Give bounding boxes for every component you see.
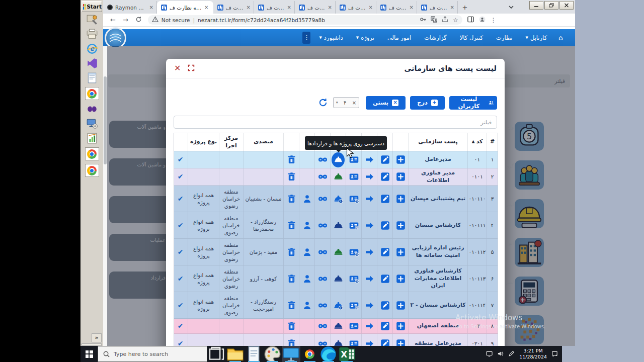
delete-trash-icon[interactable] xyxy=(283,319,299,333)
taskbar-search-box[interactable]: Type here to search xyxy=(98,346,207,362)
chrome-icon[interactable] xyxy=(85,87,99,100)
chrome-taskbar-icon[interactable] xyxy=(300,346,319,362)
id-card-icon[interactable] xyxy=(346,239,361,265)
transfer-arrow-icon[interactable] xyxy=(361,186,377,212)
id-card-icon[interactable] xyxy=(346,212,361,238)
sort-asc-icon[interactable]: ▲ xyxy=(472,139,475,145)
tab-close-icon[interactable]: × xyxy=(328,5,332,10)
tab-close-icon[interactable]: × xyxy=(204,5,208,10)
browser-tab[interactable]: سامانه نظارت ف× xyxy=(417,1,458,14)
modal-close-icon[interactable]: ✕ xyxy=(174,63,181,73)
notification-center-icon[interactable] xyxy=(551,349,558,359)
browser-menu-kebab-icon[interactable]: ⋮ xyxy=(491,17,497,24)
row-selected-check-icon[interactable]: ✔ xyxy=(173,168,188,185)
forward-icon[interactable]: → xyxy=(123,16,128,24)
modal-fullscreen-icon[interactable] xyxy=(187,64,195,72)
transfer-arrow-icon[interactable] xyxy=(361,292,377,318)
visual-studio-icon[interactable] xyxy=(86,58,98,69)
refresh-icon[interactable] xyxy=(318,98,328,108)
view-binoculars-icon[interactable] xyxy=(314,319,330,333)
project-access-helmet-icon[interactable] xyxy=(330,239,346,265)
file-explorer-taskbar-icon[interactable] xyxy=(226,346,245,362)
profile-avatar-icon[interactable] xyxy=(479,15,486,25)
reload-icon[interactable] xyxy=(135,16,142,24)
minimize-button[interactable] xyxy=(529,1,543,10)
assign-user-icon[interactable] xyxy=(299,292,314,318)
chrome-icon[interactable] xyxy=(85,164,99,177)
navbar-kebab-icon[interactable]: ⋮ xyxy=(302,32,310,44)
password-key-icon[interactable] xyxy=(420,16,426,24)
nav-item-امور مالی[interactable]: امور مالی xyxy=(381,29,418,46)
row-selected-check-icon[interactable]: ✔ xyxy=(173,151,188,168)
browser-tab[interactable]: سامانه نظارت ف× xyxy=(376,1,417,14)
close-modal-button[interactable]: × بستن xyxy=(366,96,406,110)
taskbar-clock[interactable]: 3:21 PM 11/28/2024 xyxy=(519,348,547,360)
id-card-icon[interactable] xyxy=(346,265,361,292)
view-binoculars-icon[interactable] xyxy=(314,151,330,168)
excel-taskbar-icon[interactable]: X xyxy=(338,346,356,362)
share-icon[interactable] xyxy=(442,16,448,24)
delete-trash-icon[interactable] xyxy=(283,292,299,318)
new-tab-button[interactable]: + xyxy=(460,3,470,13)
nav-item-کنترل کالا[interactable]: کنترل کالا xyxy=(453,29,490,46)
transfer-arrow-icon[interactable] xyxy=(361,319,377,333)
edit-icon[interactable] xyxy=(377,168,392,185)
notepad-taskbar-icon[interactable] xyxy=(245,346,263,362)
table-row[interactable]: ۳۰۱۰۱۱۰تیم پشتیبانی مپسانiمپسان - پشتیبا… xyxy=(174,186,498,212)
id-card-icon[interactable] xyxy=(346,168,361,185)
view-binoculars-icon[interactable] xyxy=(314,292,330,318)
row-selected-check-icon[interactable]: ✔ xyxy=(173,265,188,292)
table-row[interactable]: ۴۰۱۰۱۱۱کارشناس مپسانرستگارراد - محمدرضام… xyxy=(174,212,498,239)
add-sub-post-icon[interactable] xyxy=(392,168,408,185)
remote-desktop-taskbar-icon[interactable] xyxy=(282,346,300,362)
browser-tab[interactable]: سامانه نظارت ف× xyxy=(336,1,376,14)
address-bar[interactable]: Not secure | nezarat.tci.ir/form/c72dd24… xyxy=(148,15,462,25)
task-view-taskbar-icon[interactable] xyxy=(207,346,226,362)
add-sub-post-icon[interactable] xyxy=(392,239,408,265)
add-sub-post-icon[interactable] xyxy=(392,186,408,212)
table-row[interactable]: ۵۰۱۰۱۱۲رئیس اداره ارزیابی امنیت سامانه ه… xyxy=(174,239,498,265)
transfer-arrow-icon[interactable] xyxy=(361,239,377,265)
chart-app-icon[interactable] xyxy=(86,133,98,144)
edit-icon[interactable] xyxy=(377,292,392,318)
browser-tab[interactable]: سامانه نظارت ف× xyxy=(254,1,295,14)
add-sub-post-icon[interactable] xyxy=(392,212,408,238)
row-selected-check-icon[interactable]: ✔ xyxy=(173,212,188,238)
edit-icon[interactable] xyxy=(377,319,392,333)
users-list-button[interactable]: لیست کاربران xyxy=(449,96,497,110)
view-binoculars-icon[interactable] xyxy=(314,239,330,265)
restore-button[interactable] xyxy=(544,1,558,10)
close-window-button[interactable] xyxy=(559,1,574,10)
project-access-helmet-icon[interactable]: i xyxy=(330,186,346,212)
page-size-select[interactable]: ▾ ۴ × xyxy=(333,97,359,108)
tab-close-icon[interactable]: × xyxy=(247,5,251,10)
id-card-icon[interactable] xyxy=(346,186,361,212)
edit-icon[interactable] xyxy=(377,151,392,168)
edit-icon[interactable] xyxy=(377,212,392,238)
view-binoculars-icon[interactable] xyxy=(314,186,330,212)
row-selected-check-icon[interactable]: ✔ xyxy=(173,239,188,265)
browser-tab[interactable]: سامانه نظارت ف× xyxy=(295,1,336,14)
delete-trash-icon[interactable] xyxy=(283,168,299,185)
remote-computer-icon[interactable] xyxy=(86,118,98,129)
project-access-helmet-icon[interactable] xyxy=(330,265,346,292)
id-card-icon[interactable] xyxy=(346,292,361,318)
start-button[interactable] xyxy=(80,346,98,362)
table-row[interactable]: ۷۰۱۰۱۱۴کارشناس مپسان - ۲iرستگارراد - امی… xyxy=(174,292,498,319)
table-row[interactable]: ۲۰۱۰۱مدیر فناوری اطلاعات✔ xyxy=(174,168,498,186)
row-selected-check-icon[interactable]: ✔ xyxy=(173,319,188,333)
delete-trash-icon[interactable] xyxy=(283,151,299,168)
project-access-helmet-icon[interactable] xyxy=(330,319,346,333)
view-binoculars-icon[interactable] xyxy=(314,168,330,185)
assign-user-icon[interactable] xyxy=(299,239,314,265)
nav-item-پروژه[interactable]: پروژه▼ xyxy=(350,29,381,46)
printer-icon[interactable] xyxy=(86,29,98,40)
browser-tab[interactable]: سامانه نظارت ف× xyxy=(157,1,213,14)
table-row[interactable]: ۶۰۱۰۱۱۳کارشناس فناوری اطلاعات مخابرات ای… xyxy=(174,265,498,292)
tab-close-icon[interactable]: × xyxy=(287,5,291,10)
back-icon[interactable]: ← xyxy=(110,16,116,24)
add-sub-post-icon[interactable] xyxy=(392,292,408,318)
transfer-arrow-icon[interactable] xyxy=(361,265,377,292)
nav-item-داشبورد[interactable]: داشبورد▼ xyxy=(312,29,349,46)
assign-user-icon[interactable] xyxy=(299,186,314,212)
